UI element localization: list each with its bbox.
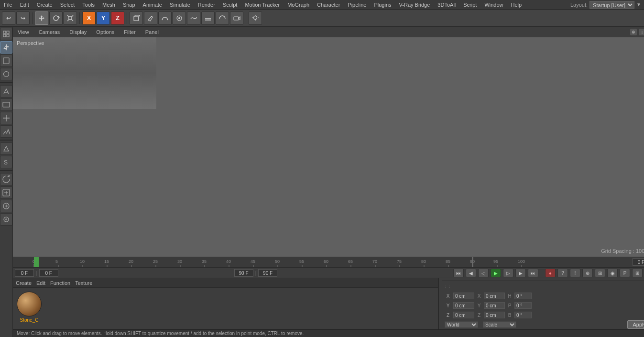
layout-expand-icon[interactable]: ▼: [636, 2, 641, 7]
mat-menu-create[interactable]: Create: [16, 280, 32, 286]
mode-btn-7[interactable]: ⊞: [632, 269, 643, 277]
3d-viewport[interactable]: X Y Z Perspective Grid Spacing : 100 cm: [13, 37, 644, 257]
prev-frame-btn[interactable]: ◀: [466, 269, 476, 277]
frame-current-input[interactable]: [39, 269, 58, 277]
spline-btn[interactable]: [158, 11, 172, 25]
menu-mograph[interactable]: MoGraph: [284, 1, 313, 9]
menu-edit[interactable]: Edit: [16, 1, 33, 9]
timeline-ruler[interactable]: 0 5 10 15 20: [13, 257, 644, 268]
left-tool-10[interactable]: [0, 173, 12, 185]
next-frame-btn[interactable]: ▶: [515, 269, 526, 277]
vp-icon-down[interactable]: ↓: [639, 29, 644, 35]
timeline-marker[interactable]: [34, 257, 39, 267]
coord-p-val[interactable]: [514, 302, 532, 309]
menu-select[interactable]: Select: [56, 1, 79, 9]
undo-button[interactable]: ↩: [2, 11, 15, 25]
viewport-menu-options[interactable]: Options: [94, 28, 116, 36]
obj-cube-btn[interactable]: [130, 11, 143, 25]
menu-help[interactable]: Help: [507, 1, 526, 9]
menu-tools[interactable]: Tools: [78, 1, 98, 9]
y-axis-btn[interactable]: Y: [97, 11, 110, 25]
floor-btn[interactable]: [201, 11, 215, 25]
rotate-tool-btn[interactable]: [49, 11, 63, 25]
coord-scale-select[interactable]: Scale: [483, 321, 516, 328]
next-keyframe-btn[interactable]: ▷: [503, 269, 513, 277]
skip-to-end-btn[interactable]: ⏭: [528, 269, 538, 277]
move-tool-btn[interactable]: [35, 11, 48, 25]
z-axis-btn[interactable]: Z: [111, 11, 124, 25]
menu-mesh[interactable]: Mesh: [98, 1, 119, 9]
mat-menu-texture[interactable]: Texture: [75, 280, 92, 286]
menu-motion-tracker[interactable]: Motion Tracker: [241, 1, 284, 9]
scale-tool-btn[interactable]: [64, 11, 77, 25]
mode-btn-6[interactable]: P: [620, 269, 630, 277]
coord-z-pos[interactable]: [453, 312, 474, 318]
menu-simulate[interactable]: Simulate: [166, 1, 194, 9]
coord-world-select[interactable]: World Object: [445, 321, 478, 328]
material-preview-ball[interactable]: [17, 292, 42, 316]
camera-btn[interactable]: [230, 11, 243, 25]
menu-render[interactable]: Render: [194, 1, 219, 9]
play-btn[interactable]: ▶: [491, 269, 501, 277]
left-tool-move[interactable]: [0, 41, 12, 54]
left-tool-rotate[interactable]: [0, 54, 12, 67]
layout-select[interactable]: Startup [User]: [589, 1, 634, 9]
menu-script[interactable]: Script: [459, 1, 480, 9]
coord-b-val[interactable]: [514, 312, 532, 318]
viewport-menu-filter[interactable]: Filter: [122, 28, 137, 36]
left-tool-8[interactable]: [0, 142, 12, 155]
mat-menu-edit[interactable]: Edit: [36, 280, 45, 286]
left-tool-4[interactable]: [0, 85, 12, 98]
mode-btn-4[interactable]: ⊞: [595, 269, 605, 277]
left-tool-0[interactable]: [0, 28, 12, 40]
draw-tool-btn[interactable]: [144, 11, 157, 25]
mat-menu-function[interactable]: Function: [50, 280, 70, 286]
menu-pipeline[interactable]: Pipeline: [344, 1, 370, 9]
left-tool-9[interactable]: S: [0, 156, 12, 168]
redo-button[interactable]: ↪: [16, 11, 30, 25]
menu-3dtall[interactable]: 3DToAll: [434, 1, 459, 9]
menu-sculpt[interactable]: Sculpt: [219, 1, 241, 9]
left-tool-6[interactable]: [0, 112, 12, 124]
frame-start-input[interactable]: [15, 269, 34, 277]
record-btn[interactable]: ●: [545, 269, 556, 277]
left-tool-13[interactable]: [0, 213, 12, 226]
menu-vray-bridge[interactable]: V-Ray Bridge: [395, 1, 434, 9]
mode-btn-2[interactable]: !: [570, 269, 580, 277]
viewport-menu-panel[interactable]: Panel: [143, 28, 161, 36]
mode-btn-5[interactable]: ◉: [607, 269, 618, 277]
viewport-menu-view[interactable]: View: [16, 28, 31, 36]
mode-btn-3[interactable]: ⊕: [582, 269, 593, 277]
coord-x-rot[interactable]: [484, 293, 505, 299]
menu-plugins[interactable]: Plugins: [370, 1, 395, 9]
sky-btn[interactable]: [216, 11, 229, 25]
coord-x-pos[interactable]: 0 cm: [453, 293, 474, 299]
coord-y-rot[interactable]: [484, 302, 505, 309]
vp-icon-move[interactable]: ⊕: [630, 29, 637, 35]
light-btn[interactable]: [249, 11, 262, 25]
prev-keyframe-btn[interactable]: ◁: [478, 269, 489, 277]
skip-to-start-btn[interactable]: ⏮: [453, 269, 464, 277]
coord-apply-btn[interactable]: Apply: [627, 320, 644, 329]
left-tool-12[interactable]: [0, 200, 12, 212]
menu-window[interactable]: Window: [480, 1, 507, 9]
menu-file[interactable]: File: [0, 1, 16, 9]
viewport-menu-display[interactable]: Display: [67, 28, 88, 36]
coord-h-val[interactable]: [514, 293, 532, 299]
coord-z-rot[interactable]: [484, 312, 505, 318]
mode-btn-1[interactable]: ?: [557, 269, 568, 277]
x-axis-btn[interactable]: X: [82, 11, 96, 25]
nurbs-btn[interactable]: [187, 11, 200, 25]
left-tool-5[interactable]: [0, 98, 12, 111]
left-tool-11[interactable]: [0, 186, 12, 199]
menu-character[interactable]: Character: [313, 1, 344, 9]
current-frame-input[interactable]: [633, 258, 644, 266]
frame-end-input[interactable]: [234, 269, 253, 277]
left-tool-7[interactable]: [0, 125, 12, 138]
menu-snap[interactable]: Snap: [119, 1, 139, 9]
fps-input[interactable]: [258, 269, 277, 277]
menu-animate[interactable]: Animate: [139, 1, 166, 9]
viewport-menu-cameras[interactable]: Cameras: [37, 28, 62, 36]
subdivide-btn[interactable]: [173, 11, 186, 25]
left-tool-scale[interactable]: [0, 68, 12, 80]
